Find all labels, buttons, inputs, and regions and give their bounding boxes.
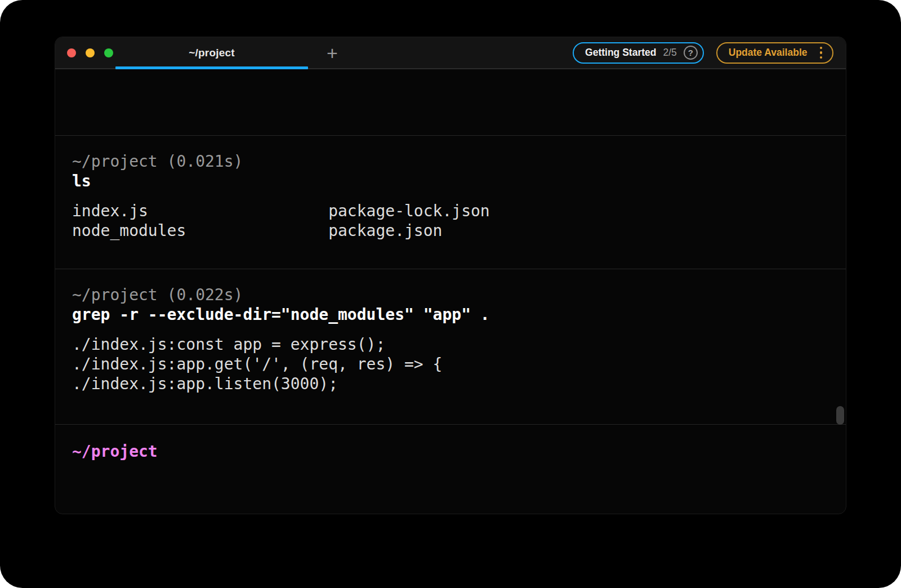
desktop-background: ~/project + Getting Started 2/5 ? Update… <box>0 0 901 588</box>
command-input-block[interactable]: ~/project <box>55 424 846 461</box>
block-header: ~/project (0.021s) <box>72 152 829 171</box>
question-mark-icon[interactable]: ? <box>684 46 698 60</box>
plus-icon: + <box>327 42 338 64</box>
close-window-button[interactable] <box>67 48 76 57</box>
getting-started-pill[interactable]: Getting Started 2/5 ? <box>573 42 704 64</box>
output-line: ./index.js:app.listen(3000); <box>72 374 829 394</box>
getting-started-progress: 2/5 <box>663 47 676 59</box>
block-command: grep -r --exclude-dir="node_modules" "ap… <box>72 305 829 324</box>
scrollbar-thumb[interactable] <box>836 406 844 425</box>
output-line: ./index.js:const app = express(); <box>72 335 829 354</box>
output-line: ./index.js:app.get('/', (req, res) => { <box>72 354 829 374</box>
output-line: index.js package-lock.json <box>72 201 829 221</box>
terminal-window: ~/project + Getting Started 2/5 ? Update… <box>55 37 846 514</box>
update-available-label: Update Available <box>729 47 808 59</box>
block-command: ls <box>72 171 829 191</box>
titlebar: ~/project + Getting Started 2/5 ? Update… <box>55 37 846 69</box>
terminal-content: ~/project (0.021s) ls index.js package-l… <box>55 69 846 514</box>
new-tab-button[interactable]: + <box>323 43 342 63</box>
maximize-window-button[interactable] <box>104 48 113 57</box>
block-output: ./index.js:const app = express(); ./inde… <box>72 335 829 394</box>
block-header: ~/project (0.022s) <box>72 285 829 305</box>
prompt-path: ~/project <box>72 442 158 461</box>
traffic-lights <box>67 48 113 57</box>
scrollback-spacer <box>55 69 846 135</box>
question-mark-glyph: ? <box>688 48 693 57</box>
command-block-ls[interactable]: ~/project (0.021s) ls index.js package-l… <box>55 135 846 269</box>
tab-project[interactable]: ~/project <box>115 37 308 68</box>
command-block-grep[interactable]: ~/project (0.022s) grep -r --exclude-dir… <box>55 269 846 424</box>
block-output: index.js package-lock.json node_modules … <box>72 201 829 240</box>
minimize-window-button[interactable] <box>86 48 95 57</box>
output-line: node_modules package.json <box>72 221 829 240</box>
tab-title: ~/project <box>189 47 235 59</box>
getting-started-label: Getting Started <box>585 47 656 59</box>
kebab-menu-icon[interactable] <box>819 46 824 60</box>
update-available-button[interactable]: Update Available <box>716 42 833 64</box>
